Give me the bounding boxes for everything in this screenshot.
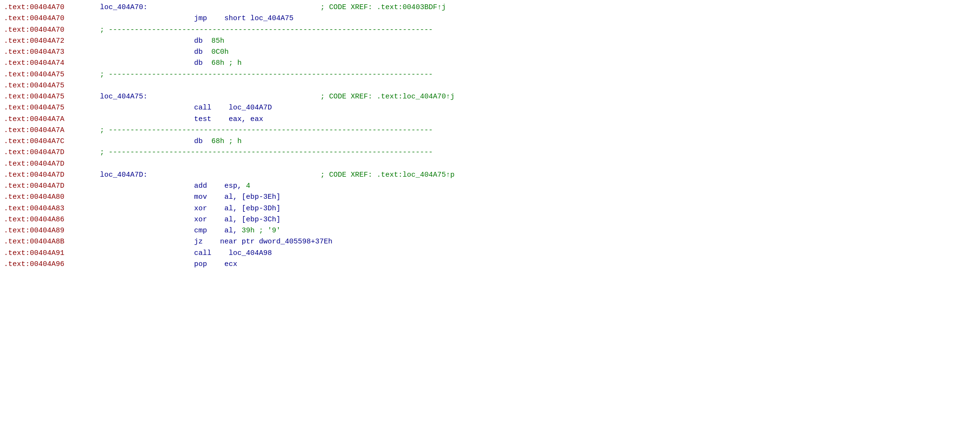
code-line: .text:00404A75 loc_404A75: ; CODE XREF: … [0, 91, 980, 102]
mnemonic: db [100, 58, 211, 69]
code-line: .text:00404A75 call loc_404A7D [0, 102, 980, 113]
code-line: .text:00404A72 db 85h [0, 36, 980, 47]
address: .text:00404A7D [4, 181, 100, 192]
mnemonic: jmp [100, 13, 207, 24]
code-line: .text:00404A7D; ------------------------… [0, 147, 980, 158]
mnemonic: xor [100, 214, 207, 225]
code-line: .text:00404A73 db 0C0h [0, 47, 980, 58]
operand-number: 4 [246, 181, 250, 192]
address: .text:00404A70 [4, 13, 100, 24]
mnemonic: db [100, 47, 211, 58]
mnemonic: jz [100, 236, 203, 247]
operand-number: 68h [211, 58, 224, 69]
mnemonic: mov [100, 192, 207, 203]
operand: loc_404A98 [211, 248, 272, 259]
address: .text:00404A70 [4, 24, 100, 36]
code-line: .text:00404A7D add esp, 4 [0, 181, 980, 192]
code-line: .text:00404A89 cmp al, 39h ; '9' [0, 225, 980, 236]
mnemonic: test [100, 114, 211, 125]
address: .text:00404A7A [4, 125, 100, 136]
code-line: .text:00404A75; ------------------------… [0, 69, 980, 80]
operand: short loc_404A75 [207, 13, 294, 24]
operand: loc_404A7D [211, 102, 272, 113]
operand-number: 85h [211, 36, 224, 47]
spacer [147, 91, 320, 102]
address: .text:00404A70 [4, 2, 100, 13]
code-line: .text:00404A75 [0, 80, 980, 91]
comment: ; '9' [255, 225, 281, 236]
address: .text:00404A74 [4, 58, 100, 69]
operand-number: 0C0h [211, 47, 229, 58]
address: .text:00404A7D [4, 147, 100, 158]
address: .text:00404A73 [4, 47, 100, 58]
mnemonic: cmp [100, 225, 207, 236]
code-line: .text:00404A7D [0, 158, 980, 169]
address: .text:00404A83 [4, 203, 100, 214]
address: .text:00404A86 [4, 214, 100, 225]
address: .text:00404A72 [4, 36, 100, 47]
code-line: .text:00404A80 mov al, [ebp-3Eh] [0, 192, 980, 203]
mnemonic: call [100, 248, 211, 259]
code-label: loc_404A70: [100, 2, 147, 13]
comment: ; --------------------------------------… [100, 125, 433, 136]
code-line: .text:00404A86 xor al, [ebp-3Ch] [0, 214, 980, 225]
code-line: .text:00404A70 jmp short loc_404A75 [0, 13, 980, 24]
address: .text:00404A7D [4, 158, 100, 169]
code-line: .text:00404A7D loc_404A7D: ; CODE XREF: … [0, 169, 980, 181]
spacer [147, 169, 320, 181]
mnemonic: call [100, 102, 211, 113]
code-line: .text:00404A70 loc_404A70: ; CODE XREF: … [0, 2, 980, 13]
code-line: .text:00404A8B jz near ptr dword_405598+… [0, 236, 980, 247]
address: .text:00404A75 [4, 69, 100, 80]
operand: al, [ebp-3Ch] [207, 214, 281, 225]
code-line: .text:00404A7A test eax, eax [0, 114, 980, 125]
operand: near ptr dword_405598+37Eh [203, 236, 332, 247]
address: .text:00404A7D [4, 169, 100, 181]
address: .text:00404A91 [4, 248, 100, 259]
spacer [147, 2, 320, 13]
code-line: .text:00404A83 xor al, [ebp-3Dh] [0, 203, 980, 214]
comment: ; --------------------------------------… [100, 147, 433, 158]
comment: ; CODE XREF: .text:loc_404A75↑p [320, 169, 454, 181]
code-line: .text:00404A96 pop ecx [0, 259, 980, 270]
address: .text:00404A75 [4, 102, 100, 113]
code-label: loc_404A7D: [100, 169, 147, 181]
address: .text:00404A96 [4, 259, 100, 270]
code-line: .text:00404A7C db 68h ; h [0, 136, 980, 147]
operand-number: 68h [211, 136, 224, 147]
mnemonic: db [100, 36, 211, 47]
address: .text:00404A7A [4, 114, 100, 125]
code-line: .text:00404A7A; ------------------------… [0, 125, 980, 136]
mnemonic: pop [100, 259, 207, 270]
code-view: .text:00404A70 loc_404A70: ; CODE XREF: … [0, 0, 980, 272]
mnemonic: xor [100, 203, 207, 214]
comment: ; CODE XREF: .text:00403BDF↑j [320, 2, 446, 13]
code-line: .text:00404A91 call loc_404A98 [0, 248, 980, 259]
operand-number: 39h [242, 225, 255, 236]
code-line: .text:00404A70; ------------------------… [0, 24, 980, 36]
comment: ; CODE XREF: .text:loc_404A70↑j [320, 91, 454, 102]
address: .text:00404A75 [4, 80, 100, 91]
operand: esp, [207, 181, 246, 192]
mnemonic: db [100, 136, 211, 147]
address: .text:00404A75 [4, 91, 100, 102]
operand: al, [ebp-3Dh] [207, 203, 281, 214]
address: .text:00404A8B [4, 236, 100, 247]
code-label: loc_404A75: [100, 91, 147, 102]
address: .text:00404A89 [4, 225, 100, 236]
address: .text:00404A7C [4, 136, 100, 147]
operand: eax, eax [211, 114, 263, 125]
operand: ecx [207, 259, 237, 270]
comment: ; --------------------------------------… [100, 24, 433, 36]
comment: ; h [224, 136, 242, 147]
operand: al, [ebp-3Eh] [207, 192, 281, 203]
operand: al, [207, 225, 242, 236]
comment: ; h [224, 58, 242, 69]
comment: ; --------------------------------------… [100, 69, 433, 80]
address: .text:00404A80 [4, 192, 100, 203]
code-line: .text:00404A74 db 68h ; h [0, 58, 980, 69]
mnemonic: add [100, 181, 207, 192]
